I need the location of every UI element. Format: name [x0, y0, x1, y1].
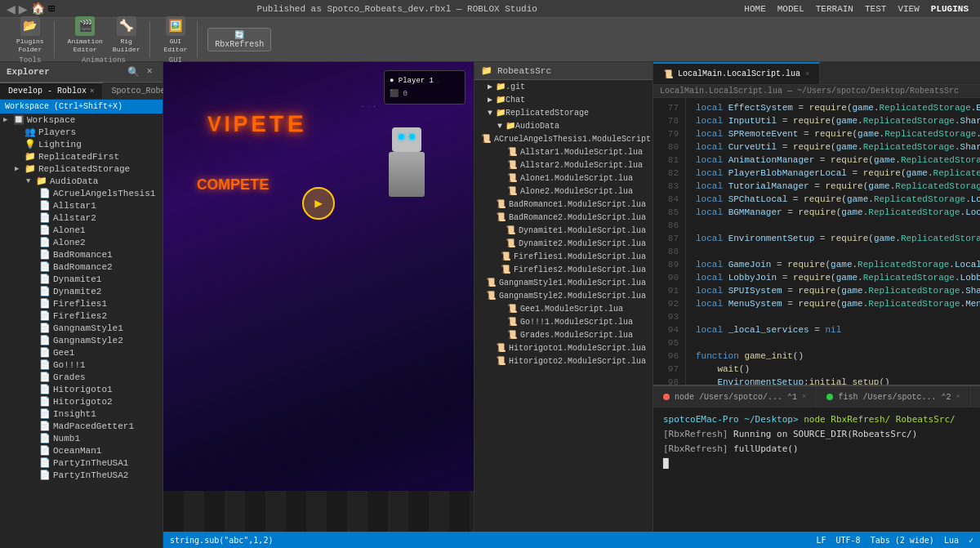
terminal-command: node RbxRefresh/ RobeatsSrc/ [804, 414, 955, 425]
status-indent[interactable]: Tabs (2 wide) [871, 536, 934, 545]
tree-allstar1[interactable]: 📄Allstar1 [0, 199, 163, 212]
chat-arrow: ▶ [488, 95, 492, 105]
file-allstar1[interactable]: 📜Allstar1.ModuleScript.lua [474, 145, 653, 158]
layout-icon[interactable]: ⊞ [48, 2, 55, 16]
tree-partyusa2[interactable]: 📄PartyInTheUSA2 [0, 469, 163, 481]
status-charset[interactable]: UTF-8 [836, 536, 861, 545]
file-gangnam2[interactable]: 📜GangnamStyle2.ModuleScript.lua [474, 289, 653, 302]
rig-builder-button[interactable]: 🦴 RigBuilder [109, 15, 144, 55]
tree-replicated-storage[interactable]: ▶ 📁 ReplicatedStorage [0, 163, 163, 175]
tree-grades[interactable]: 📄Grades [0, 371, 163, 383]
terminal-tab-2-close[interactable]: × [956, 393, 960, 401]
tree-gangnam2[interactable]: 📄GangnamStyle2 [0, 334, 163, 346]
menu-view[interactable]: VIEW [893, 2, 924, 16]
tree-fireflies1[interactable]: 📄Fireflies1 [0, 297, 163, 310]
tree-dynamite2[interactable]: 📄Dynamite2 [0, 285, 163, 297]
file-go1[interactable]: 📜Go!!!1.ModuleScript.lua [474, 315, 653, 328]
menu-model[interactable]: MODEL [773, 2, 809, 16]
tab-develop-close[interactable]: × [90, 87, 94, 96]
tree-numb1[interactable]: 📄Numb1 [0, 432, 163, 444]
file-dynamite2[interactable]: 📜Dynamite2.ModuleScript.lua [474, 237, 653, 250]
window-title: Published as Spotco_Robeats_dev.rbxl — R… [65, 4, 729, 14]
tree-fireflies2[interactable]: 📄Fireflies2 [0, 310, 163, 322]
file-git[interactable]: ▶ 📁 .git [474, 80, 653, 93]
plugins-folder-button[interactable]: 📂 PluginsFolder [13, 15, 47, 55]
file-grades[interactable]: 📜Grades.ModuleScript.lua [474, 328, 653, 341]
tab-develop[interactable]: Develop - Roblox × [0, 82, 103, 99]
explorer-close-icon[interactable]: × [143, 65, 156, 78]
status-language[interactable]: Lua [944, 536, 959, 545]
home-icon[interactable]: 🏠 [31, 2, 45, 16]
animation-editor-button[interactable]: 🎬 AnimationEditor [65, 15, 106, 55]
tree-replicated-first[interactable]: 📁 ReplicatedFirst [0, 150, 163, 163]
replicatedfirst-label: ReplicatedFirst [38, 152, 119, 162]
terminal-tab-1-close[interactable]: × [802, 393, 806, 401]
file-acruel[interactable]: 📜ACruelAngelsThesis1.ModuleScript.lua [474, 132, 653, 145]
tree-players[interactable]: 👥 Players [0, 126, 163, 138]
audiodata-icon: 📁 [36, 176, 47, 186]
explorer-tree[interactable]: ▶ 🔲 Workspace 👥 Players 💡 Lighting 📁 [0, 114, 163, 548]
file-badromance1[interactable]: 📜BadRomance1.ModuleScript.lua [474, 198, 653, 211]
file-hitorigoto2[interactable]: 📜Hitorigoto2.ModuleScript.lua [474, 354, 653, 368]
tree-insight1[interactable]: 📄Insight1 [0, 408, 163, 420]
tree-alone1[interactable]: 📄Alone1 [0, 224, 163, 236]
code-tab-close[interactable]: × [805, 70, 809, 78]
menu-test[interactable]: TEST [860, 2, 891, 16]
rig-builder-icon: 🦴 [117, 16, 136, 36]
tree-dynamite1[interactable]: 📄Dynamite1 [0, 273, 163, 285]
file-badromance2[interactable]: 📜BadRomance2.ModuleScript.lua [474, 211, 653, 224]
tree-badromance1[interactable]: 📄BadRomance1 [0, 248, 163, 261]
status-bar: string.sub("abc",1,2) LF UTF-8 Tabs (2 w… [163, 532, 980, 548]
tree-audiodata[interactable]: ▼ 📁 AudioData [0, 175, 163, 187]
file-audiodata[interactable]: ▼ 📁 AudioData [474, 119, 653, 132]
tree-alone2[interactable]: 📄Alone2 [0, 236, 163, 248]
code-tab-main[interactable]: 📜 LocalMain.LocalScript.lua × [653, 62, 820, 84]
status-icon: ✓ [969, 536, 973, 545]
tree-workspace[interactable]: ▶ 🔲 Workspace [0, 114, 163, 126]
terminal-tab-2-label: fish /Users/spotc... ⌃2 [838, 392, 951, 402]
file-tree-scroll[interactable]: ▶ 📁 .git ▶ 📁 Chat ▼ 📁 ReplicatedStorage [474, 80, 653, 548]
code-area[interactable]: 7778798081 8283848586 8788899091 9293949… [653, 98, 980, 385]
tree-lighting[interactable]: 💡 Lighting [0, 138, 163, 150]
tree-gee1[interactable]: 📄Gee1 [0, 346, 163, 359]
file-fireflies1[interactable]: 📜Fireflies1.ModuleScript.lua [474, 250, 653, 263]
file-replicatedstorage[interactable]: ▼ 📁 ReplicatedStorage [474, 106, 653, 119]
menu-terrain[interactable]: TERRAIN [811, 2, 858, 16]
menu-plugins[interactable]: PLUGINS [926, 2, 973, 16]
tree-partyusa1[interactable]: 📄PartyInTheUSA1 [0, 457, 163, 469]
file-hitorigoto1[interactable]: 📜Hitorigoto1.ModuleScript.lua [474, 341, 653, 354]
tree-allstar2[interactable]: 📄Allstar2 [0, 212, 163, 224]
tree-badromance2[interactable]: 📄BadRomance2 [0, 261, 163, 273]
rs-arrow: ▼ [488, 109, 492, 118]
tree-acruelangels[interactable]: 📄ACruelAngelsThesis1 [0, 187, 163, 199]
file-dynamite1[interactable]: 📜Dynamite1.ModuleScript.lua [474, 224, 653, 237]
terminal-tab-2[interactable]: fish /Users/spotc... ⌃2 × [817, 386, 970, 407]
file-tree-header: 📁 RobeatsSrc [474, 62, 653, 80]
file-allstar2[interactable]: 📜Allstar2.ModuleScript.lua [474, 158, 653, 172]
file-alone2[interactable]: 📜Alone2.ModuleScript.lua [474, 185, 653, 198]
chat-label: Chat [506, 96, 525, 105]
terminal-tab-1[interactable]: node /Users/spotco/... ⌃1 × [653, 386, 817, 407]
menu-home[interactable]: HOME [739, 2, 770, 16]
status-encoding[interactable]: LF [816, 536, 826, 545]
file-alone1[interactable]: 📜Alone1.ModuleScript.lua [474, 172, 653, 185]
tree-hitorigoto2[interactable]: 📄Hitorigoto2 [0, 395, 163, 408]
explorer-search-icon[interactable]: 🔍 [127, 65, 140, 78]
rbxrefresh-button[interactable]: 🔄 RbxRefresh [207, 28, 271, 51]
gui-editor-button[interactable]: 🖼️ GUIEditor [160, 15, 190, 55]
tree-go1[interactable]: 📄Go!!!1 [0, 359, 163, 371]
tree-madpaced[interactable]: 📄MadPacedGetter1 [0, 420, 163, 432]
tree-hitorigoto1[interactable]: 📄Hitorigoto1 [0, 383, 163, 395]
file-chat[interactable]: ▶ 📁 Chat [474, 93, 653, 106]
terminal-output-2: [RbxRefresh] fullUpdate() [663, 442, 970, 457]
tree-gangnam1[interactable]: 📄GangnamStyle1 [0, 322, 163, 334]
toolbar-gui-section: 🖼️ GUIEditor GUI [154, 21, 198, 58]
terminal-path: spotcoEMac-Pro ~/Desktop> [663, 414, 799, 425]
workspace-filter[interactable]: Workspace (Ctrl+Shift+X) [0, 100, 163, 114]
terminal-tab-bar: node /Users/spotco/... ⌃1 × fish /Users/… [653, 386, 980, 408]
file-gangnam1[interactable]: 📜GangnamStyle1.ModuleScript.lua [474, 276, 653, 289]
play-button[interactable]: ▶ [302, 187, 335, 220]
file-gee1[interactable]: 📜Gee1.ModuleScript.lua [474, 302, 653, 315]
file-fireflies2[interactable]: 📜Fireflies2.ModuleScript.lua [474, 263, 653, 276]
tree-oceanman[interactable]: 📄OceanMan1 [0, 444, 163, 457]
